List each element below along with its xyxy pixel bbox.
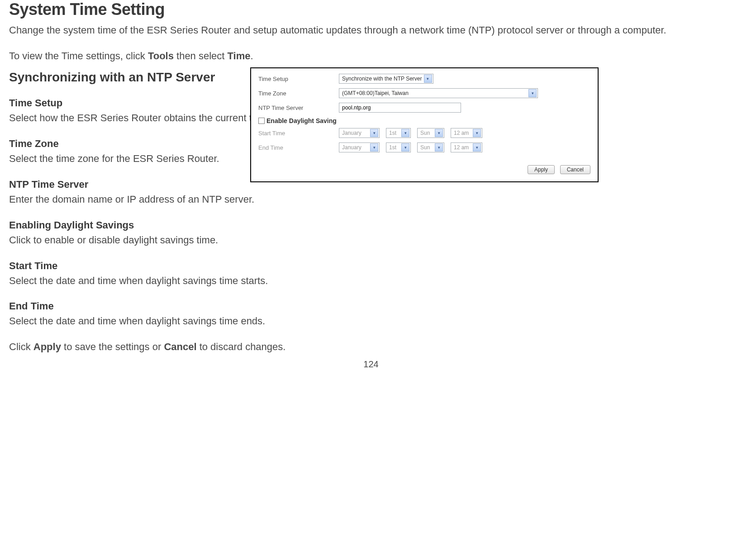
end-month-select[interactable]: January▾ — [339, 142, 380, 152]
start-hour-value: 12 am — [454, 130, 469, 136]
end-date-value: 1st — [389, 144, 396, 151]
time-setup-value: Synchronize with the NTP Server — [342, 76, 422, 82]
page-title: System Time Setting — [9, 0, 733, 19]
start-date-value: 1st — [389, 130, 396, 136]
time-zone-select[interactable]: (GMT+08:00)Taipei, Taiwan ▾ — [339, 88, 538, 98]
start-month-value: January — [342, 130, 361, 136]
nav-pre: To view the Time settings, click — [9, 50, 148, 62]
chevron-down-icon: ▾ — [424, 75, 432, 83]
field-desc: Select the date and time when daylight s… — [9, 274, 299, 288]
time-setup-select[interactable]: Synchronize with the NTP Server ▾ — [339, 74, 433, 84]
label-end-time: End Time — [258, 144, 339, 151]
label-dst: Enable Daylight Saving — [266, 117, 337, 124]
cancel-button[interactable]: Cancel — [560, 165, 590, 174]
start-hour-select[interactable]: 12 am▾ — [451, 128, 482, 138]
bottom-instruction: Click Apply to save the settings or Canc… — [9, 341, 299, 353]
end-date-select[interactable]: 1st▾ — [386, 142, 411, 152]
chevron-down-icon: ▾ — [528, 89, 537, 97]
bottom-mid: to save the settings or — [61, 341, 164, 352]
field-start-time: Start Time Select the date and time when… — [9, 260, 299, 288]
bottom-apply: Apply — [33, 341, 61, 352]
chevron-down-icon: ▾ — [435, 143, 443, 152]
chevron-down-icon: ▾ — [435, 129, 443, 137]
time-zone-value: (GMT+08:00)Taipei, Taiwan — [342, 90, 409, 96]
field-title: Enabling Daylight Savings — [9, 219, 299, 231]
chevron-down-icon: ▾ — [473, 129, 481, 137]
field-dst: Enabling Daylight Savings Click to enabl… — [9, 219, 299, 247]
end-hour-value: 12 am — [454, 144, 469, 151]
nav-instruction: To view the Time settings, click Tools t… — [9, 50, 733, 62]
start-day-value: Sun — [420, 130, 430, 136]
end-day-value: Sun — [420, 144, 430, 151]
start-date-select[interactable]: 1st▾ — [386, 128, 411, 138]
chevron-down-icon: ▾ — [370, 143, 378, 152]
label-time-zone: Time Zone — [258, 90, 339, 97]
field-end-time: End Time Select the date and time when d… — [9, 300, 299, 328]
field-desc: Select the date and time when daylight s… — [9, 314, 299, 328]
nav-post: . — [251, 50, 253, 62]
end-day-select[interactable]: Sun▾ — [417, 142, 444, 152]
field-ntp-server: NTP Time Server Enter the domain name or… — [9, 179, 299, 207]
bottom-pre: Click — [9, 341, 33, 352]
nav-tools: Tools — [148, 50, 174, 62]
field-title: End Time — [9, 300, 299, 312]
field-title: Start Time — [9, 260, 299, 272]
field-desc: Click to enable or disable daylight savi… — [9, 233, 299, 247]
chevron-down-icon: ▾ — [401, 129, 409, 137]
chevron-down-icon: ▾ — [370, 129, 378, 137]
bottom-post: to discard changes. — [197, 341, 286, 352]
label-time-setup: Time Setup — [258, 76, 339, 82]
router-settings-panel: Time Setup Synchronize with the NTP Serv… — [250, 67, 599, 182]
page-number: 124 — [9, 359, 733, 370]
chevron-down-icon: ▾ — [473, 143, 481, 152]
bottom-cancel: Cancel — [164, 341, 196, 352]
field-desc: Enter the domain name or IP address of a… — [9, 192, 299, 207]
label-ntp-server: NTP Time Server — [258, 104, 339, 111]
ntp-server-input[interactable] — [339, 103, 461, 113]
start-month-select[interactable]: January▾ — [339, 128, 380, 138]
label-start-time: Start Time — [258, 130, 339, 137]
chevron-down-icon: ▾ — [401, 143, 409, 152]
start-day-select[interactable]: Sun▾ — [417, 128, 444, 138]
intro-text: Change the system time of the ESR Series… — [9, 23, 733, 38]
end-hour-select[interactable]: 12 am▾ — [451, 142, 482, 152]
nav-time: Time — [228, 50, 251, 62]
apply-button[interactable]: Apply — [528, 165, 555, 174]
dst-checkbox[interactable] — [258, 118, 265, 124]
nav-mid: then select — [174, 50, 228, 62]
end-month-value: January — [342, 144, 361, 151]
